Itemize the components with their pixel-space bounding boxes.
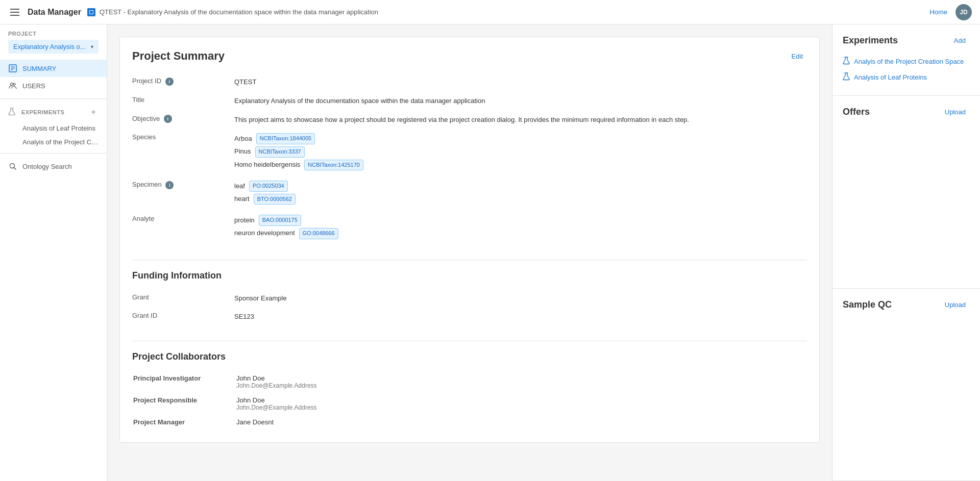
sidebar-divider-1 <box>0 98 107 99</box>
analyte-row: Analyte protein BAO:0000175 neuron devel… <box>132 211 807 245</box>
objective-info-icon[interactable]: i <box>164 115 172 123</box>
right-experiment-item-1[interactable]: Analysis of Leaf Proteins <box>843 69 970 85</box>
principal-investigator-email: John.Doe@Example.Address <box>236 382 806 389</box>
right-offers-title: Offers <box>843 107 870 117</box>
species-2: Homo heidelbergensis NCBITaxon:1425170 <box>234 160 807 171</box>
search-icon <box>8 162 17 171</box>
specimen-row: Specimen i leaf PO:0025034 heart BTO:000… <box>132 176 807 211</box>
flask-icon <box>8 108 16 117</box>
specimen-badge-1[interactable]: BTO:0000562 <box>254 194 296 205</box>
right-experiments-header: Experiments Add <box>843 35 970 46</box>
project-id-info-icon[interactable]: i <box>165 78 174 86</box>
specimen-label: Specimen i <box>132 176 234 211</box>
right-experiment-item-0[interactable]: Analyis of the Project Creation Space <box>843 54 970 69</box>
project-manager-info: Jane Doesnt <box>236 415 806 429</box>
add-experiment-button[interactable]: + <box>88 107 99 117</box>
right-sample-qc-header: Sample QC Upload <box>843 299 970 311</box>
sidebar-item-ontology[interactable]: Ontology Search <box>0 158 107 175</box>
right-experiment-name-0: Analyis of the Project Creation Space <box>854 58 964 65</box>
right-panel: Experiments Add Analyis of the Project C… <box>832 24 980 481</box>
grant-row: Grant Sponsor Example <box>132 289 807 308</box>
right-offers-section: Offers Upload <box>832 96 980 289</box>
analyte-label: Analyte <box>132 211 234 245</box>
project-select[interactable]: Explanatory Analysis o... ▾ <box>8 40 99 54</box>
edit-button[interactable]: Edit <box>788 50 807 62</box>
species-name-0: Arboa <box>234 134 252 144</box>
analyte-name-1: neuron development <box>234 228 295 239</box>
species-label: Species <box>132 129 234 176</box>
funding-title: Funding Information <box>132 270 807 281</box>
summary-icon <box>8 64 17 73</box>
principal-investigator-row: Principal Investigator John Doe John.Doe… <box>133 371 806 392</box>
specimen-name-1: heart <box>234 194 250 205</box>
project-responsible-info: John Doe John.Doe@Example.Address <box>236 393 806 414</box>
hamburger-menu[interactable] <box>8 7 21 18</box>
sidebar-item-users-label: USERS <box>22 82 45 90</box>
right-experiments-section: Experiments Add Analyis of the Project C… <box>832 24 980 96</box>
funding-section: Funding Information Grant Sponsor Exampl… <box>132 260 807 327</box>
analyte-values: protein BAO:0000175 neuron development G… <box>234 211 807 245</box>
svg-line-7 <box>14 168 16 170</box>
collaborators-section: Project Collaborators Principal Investig… <box>132 341 807 430</box>
sidebar-item-summary[interactable]: SUMMARY <box>0 60 107 77</box>
grant-label: Grant <box>132 289 234 308</box>
species-0: Arboa NCBITaxon:1844005 <box>234 133 807 144</box>
sidebar-project-label: PROJECT <box>8 31 99 37</box>
project-responsible-row: Project Responsible John Doe John.Doe@Ex… <box>133 393 806 414</box>
collaborators-table: Principal Investigator John Doe John.Doe… <box>132 370 807 430</box>
home-link[interactable]: Home <box>929 8 947 16</box>
sample-qc-upload-button[interactable]: Upload <box>941 299 970 311</box>
sidebar-item-users[interactable]: USERS <box>0 77 107 94</box>
analyte-badge-1[interactable]: GO:0048666 <box>299 228 338 239</box>
project-summary-card: Project Summary Edit Project ID i QTEST … <box>119 37 820 443</box>
specimen-badge-0[interactable]: PO:0025034 <box>249 181 288 192</box>
sidebar-experiments-section: EXPERIMENTS + <box>0 103 107 121</box>
user-avatar[interactable]: JD <box>955 4 972 20</box>
analyte-name-0: protein <box>234 215 255 226</box>
species-1: Pinus NCBITaxon:3337 <box>234 146 807 158</box>
sidebar-experiment-item-1[interactable]: Analyis of the Project Crea... <box>0 135 107 149</box>
project-manager-label: Project Manager <box>133 415 235 429</box>
right-offers-header: Offers Upload <box>843 106 970 118</box>
project-responsible-label: Project Responsible <box>133 393 235 414</box>
specimen-0: leaf PO:0025034 <box>234 181 807 192</box>
right-sample-qc-title: Sample QC <box>843 299 892 310</box>
specimen-1: heart BTO:0000562 <box>234 194 807 205</box>
project-id-label: Project ID i <box>132 73 234 92</box>
flask-icon-0 <box>843 57 850 66</box>
analyte-0: protein BAO:0000175 <box>234 215 807 226</box>
add-experiment-panel-button[interactable]: Add <box>950 35 970 46</box>
project-manager-row: Project Manager Jane Doesnt <box>133 415 806 429</box>
main-content: Project Summary Edit Project ID i QTEST … <box>107 24 832 481</box>
funding-table: Grant Sponsor Example Grant ID SE123 <box>132 289 807 327</box>
principal-investigator-info: John Doe John.Doe@Example.Address <box>236 371 806 392</box>
project-select-text: Explanatory Analysis o... <box>13 43 89 50</box>
svg-point-5 <box>13 83 15 85</box>
species-badge-0[interactable]: NCBITaxon:1844005 <box>256 133 315 144</box>
topbar-nav: Home JD <box>929 4 972 20</box>
flask-icon-1 <box>843 72 850 82</box>
sidebar-experiment-item-0[interactable]: Analysis of Leaf Proteins <box>0 121 107 135</box>
species-name-2: Homo heidelbergensis <box>234 160 300 170</box>
app-title: Data Manager <box>28 8 81 17</box>
title-label: Title <box>132 92 234 111</box>
analyte-badge-0[interactable]: BAO:0000175 <box>259 215 301 226</box>
offers-upload-button[interactable]: Upload <box>941 106 970 118</box>
species-badge-2[interactable]: NCBITaxon:1425170 <box>304 160 363 171</box>
project-summary-title: Project Summary <box>132 49 225 63</box>
specimen-info-icon[interactable]: i <box>165 181 174 189</box>
species-values: Arboa NCBITaxon:1844005 Pinus NCBITaxon:… <box>234 129 807 176</box>
sidebar: PROJECT Explanatory Analysis o... ▾ SUMM… <box>0 24 107 481</box>
breadcrumb-text: QTEST - Explanatory Analysis of the docu… <box>100 8 378 16</box>
specimen-name-0: leaf <box>234 181 245 192</box>
species-badge-1[interactable]: NCBITaxon:3337 <box>255 146 305 158</box>
experiments-section-label: EXPERIMENTS <box>21 109 83 115</box>
sidebar-ontology-label: Ontology Search <box>22 163 72 170</box>
sidebar-divider-2 <box>0 153 107 154</box>
topbar: Data Manager QTEST - Explanatory Analysi… <box>0 0 980 24</box>
svg-point-4 <box>11 83 13 86</box>
grant-value: Sponsor Example <box>234 289 807 308</box>
right-experiments-title: Experiments <box>843 35 898 46</box>
breadcrumb: QTEST - Explanatory Analysis of the docu… <box>87 8 923 16</box>
right-sample-qc-section: Sample QC Upload <box>832 289 980 482</box>
